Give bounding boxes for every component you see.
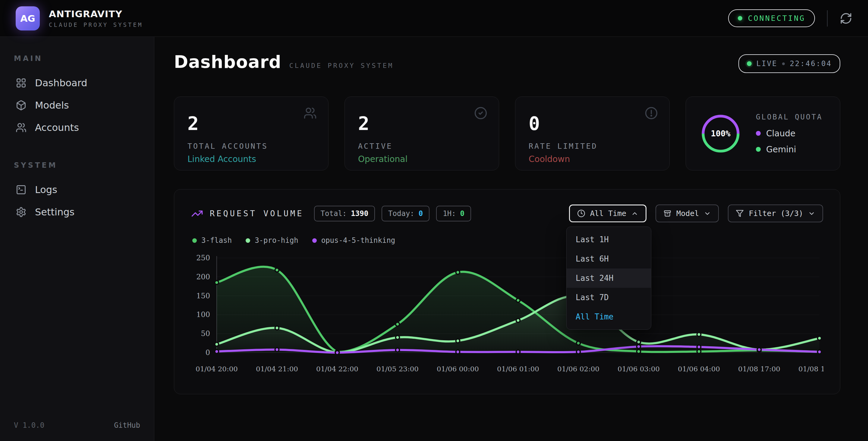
model-filter-button[interactable]: Model xyxy=(655,205,719,222)
app-logo: AG xyxy=(16,6,40,30)
sidebar-item-dashboard[interactable]: Dashboard xyxy=(14,72,140,94)
time-range-button[interactable]: All Time xyxy=(569,205,647,222)
stat-value: 2 xyxy=(358,113,486,135)
svg-text:0: 0 xyxy=(206,348,210,357)
refresh-button[interactable] xyxy=(840,12,852,25)
app-title: ANTIGRAVITY xyxy=(49,8,143,19)
chart-legend: 3-flash3-pro-highopus-4-5-thinking xyxy=(192,236,823,245)
legend-label: 3-flash xyxy=(201,236,232,245)
stat-chip: Today:0 xyxy=(381,206,430,222)
stat-chip: 1H:0 xyxy=(436,206,471,222)
stat-card-total-accounts: 2 TOTAL ACCOUNTS Linked Accounts xyxy=(174,96,329,170)
quota-legend-gemini: Gemini xyxy=(756,145,823,154)
svg-text:01/06 04:00: 01/06 04:00 xyxy=(678,365,720,373)
archive-box-icon xyxy=(663,209,672,217)
check-circle-icon xyxy=(474,107,487,120)
stat-value: 2 xyxy=(187,113,315,135)
stat-label: ACTIVE xyxy=(358,142,486,150)
svg-text:01/06 01:00: 01/06 01:00 xyxy=(497,365,539,373)
panel-title: REQUEST VOLUME xyxy=(210,209,304,218)
claude-dot-icon xyxy=(756,131,761,136)
chevron-down-icon xyxy=(808,210,815,217)
global-quota-card: 100% GLOBAL QUOTA Claude Gemini xyxy=(686,96,840,170)
quota-legend-claude: Claude xyxy=(756,128,823,139)
sidebar-item-logs[interactable]: Logs xyxy=(14,179,140,201)
stat-label: RATE LIMITED xyxy=(529,142,656,150)
svg-text:01/08 17:00: 01/08 17:00 xyxy=(738,365,780,373)
sidebar-item-label: Dashboard xyxy=(35,77,87,89)
legend-item[interactable]: 3-flash xyxy=(192,236,232,245)
sidebar-item-models[interactable]: Models xyxy=(14,94,140,116)
stat-card-active: 2 ACTIVE Operational xyxy=(344,96,499,170)
time-range-option[interactable]: Last 7D xyxy=(567,288,651,307)
legend-dot-icon xyxy=(312,238,317,243)
svg-text:250: 250 xyxy=(196,254,210,262)
quota-legend-label: Gemini xyxy=(766,145,796,154)
quota-percent: 100% xyxy=(698,111,743,156)
stat-chips: Total:1390Today:01H:0 xyxy=(314,206,471,222)
app-subtitle: CLAUDE PROXY SYSTEM xyxy=(49,22,143,28)
terminal-icon xyxy=(16,184,27,195)
gemini-dot-icon xyxy=(756,147,761,152)
time-range-option[interactable]: Last 1H xyxy=(567,230,651,249)
gear-icon xyxy=(16,207,27,217)
svg-text:150: 150 xyxy=(196,292,210,300)
live-badge: LIVE 22:46:04 xyxy=(738,54,840,73)
users-icon xyxy=(16,122,27,133)
time-range-dropdown: Last 1HLast 6HLast 24HLast 7DAll Time xyxy=(566,227,651,330)
brand: ANTIGRAVITY CLAUDE PROXY SYSTEM xyxy=(49,8,143,28)
svg-text:01/04 21:00: 01/04 21:00 xyxy=(256,365,298,373)
stat-value: 0 xyxy=(529,113,656,135)
svg-text:01/04 22:00: 01/04 22:00 xyxy=(316,365,358,373)
chip-label: 1H: xyxy=(443,209,456,218)
sidebar-item-accounts[interactable]: Accounts xyxy=(14,116,140,139)
status-text: CONNECTING xyxy=(748,14,805,23)
chip-value: 0 xyxy=(418,209,423,218)
top-bar: AG ANTIGRAVITY CLAUDE PROXY SYSTEM CONNE… xyxy=(0,0,868,37)
filter-button[interactable]: Filter (3/3) xyxy=(728,205,823,222)
legend-label: 3-pro-high xyxy=(255,236,299,245)
grid-icon xyxy=(16,78,27,88)
svg-text:200: 200 xyxy=(196,273,210,281)
trending-up-icon xyxy=(191,208,203,219)
legend-label: opus-4-5-thinking xyxy=(321,236,396,245)
sidebar-item-settings[interactable]: Settings xyxy=(14,201,140,223)
quota-legend-label: Claude xyxy=(766,128,795,139)
app-version: V 1.0.0 xyxy=(14,421,44,430)
chip-label: Today: xyxy=(388,209,414,218)
quota-donut: 100% xyxy=(698,111,743,156)
svg-text:01/06 03:00: 01/06 03:00 xyxy=(618,365,660,373)
funnel-icon xyxy=(736,209,744,217)
model-filter-label: Model xyxy=(676,209,699,218)
github-link[interactable]: GitHub xyxy=(114,421,140,430)
legend-item[interactable]: opus-4-5-thinking xyxy=(312,236,396,245)
page-subtitle: CLAUDE PROXY SYSTEM xyxy=(289,62,394,69)
time-range-option[interactable]: Last 6H xyxy=(567,249,651,268)
legend-dot-icon xyxy=(192,238,197,243)
stat-chip: Total:1390 xyxy=(314,206,375,222)
stat-sublabel: Operational xyxy=(358,154,486,164)
cube-icon xyxy=(16,100,27,111)
live-label: LIVE xyxy=(756,59,778,68)
time-range-label: All Time xyxy=(590,209,626,218)
svg-text:50: 50 xyxy=(201,329,210,338)
sidebar-item-label: Accounts xyxy=(35,122,79,133)
connection-status-badge: CONNECTING xyxy=(728,9,815,27)
legend-item[interactable]: 3-pro-high xyxy=(246,236,299,245)
svg-text:01/04 20:00: 01/04 20:00 xyxy=(195,365,238,373)
sidebar-section-main: MAIN xyxy=(14,54,140,63)
stat-sublabel: Cooldown xyxy=(529,154,656,164)
request-volume-panel: REQUEST VOLUME Total:1390Today:01H:0 All… xyxy=(174,189,840,394)
status-dot-icon xyxy=(738,16,742,21)
legend-dot-icon xyxy=(246,238,250,243)
svg-text:01/06 00:00: 01/06 00:00 xyxy=(437,365,479,373)
chevron-up-icon xyxy=(631,210,638,217)
stat-label: TOTAL ACCOUNTS xyxy=(187,142,315,150)
quota-title: GLOBAL QUOTA xyxy=(756,113,823,121)
main-content: Dashboard CLAUDE PROXY SYSTEM LIVE 22:46… xyxy=(154,37,868,441)
chevron-down-icon xyxy=(704,210,711,217)
clock-icon xyxy=(577,209,585,217)
time-range-option[interactable]: All Time xyxy=(567,307,651,326)
time-range-option[interactable]: Last 24H xyxy=(567,268,651,288)
sidebar-footer: V 1.0.0 GitHub xyxy=(14,421,140,430)
